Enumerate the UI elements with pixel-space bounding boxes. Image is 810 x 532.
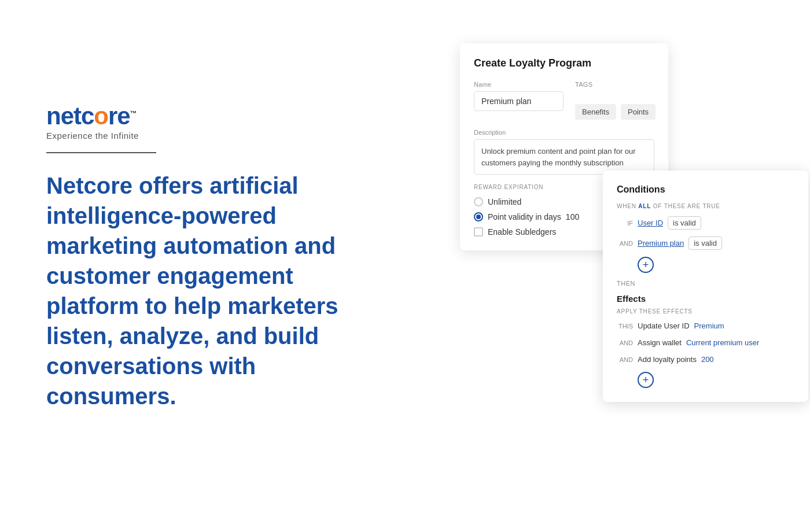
premium-plan-link[interactable]: Premium plan: [638, 239, 684, 247]
main-text: Netcore offers artificial intelligence-p…: [46, 171, 382, 411]
left-panel: netcore™ Experience the Infinite Netcore…: [46, 104, 405, 411]
add-effect-icon: +: [643, 375, 649, 385]
name-input[interactable]: [474, 91, 564, 111]
and-prefix-2: AND: [617, 339, 633, 346]
all-label: ALL: [638, 203, 651, 209]
effect-link-2[interactable]: Current premium user: [686, 338, 759, 347]
logo-text-after: re: [108, 102, 130, 130]
conditions-panel: Conditions WHEN ALL OF THESE ARE TRUE IF…: [603, 171, 808, 402]
description-group: Description Unlock premium content and p…: [474, 129, 654, 175]
and-prefix-1: AND: [617, 240, 633, 247]
effect-row-3: AND Add loyalty points 200: [617, 355, 794, 364]
then-label: THEN: [617, 280, 794, 287]
add-condition-icon: +: [643, 260, 649, 270]
unlimited-radio[interactable]: [474, 197, 483, 206]
tags-group: TAGS Benefits Points: [575, 81, 656, 120]
when-label: WHEN ALL OF THESE ARE TRUE: [617, 203, 794, 209]
effect-link-1[interactable]: Premium: [694, 322, 724, 330]
description-label: Description: [474, 129, 654, 136]
point-validity-value: 100: [566, 212, 579, 221]
add-condition-button[interactable]: +: [638, 257, 654, 273]
description-box: Unlock premium content and point plan fo…: [474, 139, 654, 175]
of-these-true: OF THESE ARE TRUE: [653, 203, 720, 209]
subledger-label: Enable Subledgers: [488, 227, 556, 237]
when-text: WHEN: [617, 203, 638, 209]
point-validity-label: Point validity in days: [488, 212, 561, 221]
effect-link-3[interactable]: 200: [701, 355, 714, 364]
logo-tm: ™: [130, 109, 137, 117]
tag-benefits[interactable]: Benefits: [575, 104, 616, 120]
logo-orange-letter: o: [94, 102, 108, 130]
effect-text-1: Update User ID: [638, 322, 690, 330]
logo: netcore™: [46, 104, 405, 128]
is-valid-tag-2[interactable]: is valid: [689, 237, 722, 250]
effect-text-2: Assign wallet: [638, 338, 682, 347]
is-valid-tag-1[interactable]: is valid: [668, 216, 701, 230]
unlimited-label: Unlimited: [488, 197, 521, 206]
user-id-link[interactable]: User ID: [638, 219, 663, 227]
and-prefix-3: AND: [617, 356, 633, 363]
this-prefix: THIS: [617, 323, 633, 330]
effect-row-2: AND Assign wallet Current premium user: [617, 338, 794, 347]
logo-tagline: Experience the Infinite: [46, 131, 405, 141]
effects-title: Effects: [617, 294, 794, 304]
card-title: Create Loyalty Program: [474, 57, 654, 69]
conditions-title: Conditions: [617, 184, 794, 195]
logo-text-before: netc: [46, 102, 94, 130]
form-row-name-tags: Name TAGS Benefits Points: [474, 81, 654, 120]
effect-row-1: THIS Update User ID Premium: [617, 322, 794, 330]
add-effect-button[interactable]: +: [638, 372, 654, 388]
effect-text-3: Add loyalty points: [638, 355, 697, 364]
tag-points[interactable]: Points: [621, 104, 656, 120]
apply-label: APPLY THESE EFFECTS: [617, 308, 794, 315]
point-validity-radio[interactable]: [474, 212, 483, 221]
condition-row-2: AND Premium plan is valid: [617, 237, 794, 250]
subledger-checkbox[interactable]: [474, 227, 483, 237]
logo-divider: [46, 152, 156, 153]
name-label: Name: [474, 81, 564, 88]
if-prefix: IF: [617, 220, 633, 227]
condition-row-1: IF User ID is valid: [617, 216, 794, 230]
tags-label: TAGS: [575, 81, 656, 88]
logo-area: netcore™ Experience the Infinite: [46, 104, 405, 141]
point-validity-row: Point validity in days 100: [488, 212, 579, 221]
name-group: Name: [474, 81, 564, 120]
tags-area: Benefits Points: [575, 104, 656, 120]
